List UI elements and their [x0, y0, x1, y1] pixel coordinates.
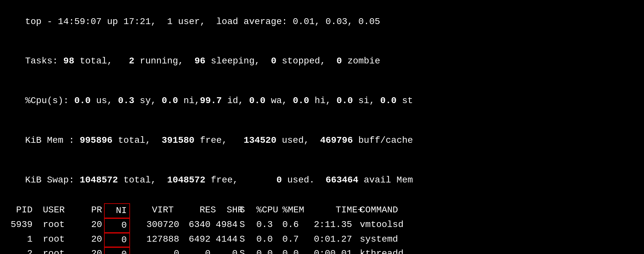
swap-label: KiB Swap:	[25, 175, 80, 185]
col-header-shr: SHR	[205, 203, 234, 218]
mem-cache-val: 469796	[320, 135, 353, 145]
tasks-total-lbl: total,	[74, 56, 129, 66]
swap-free-lbl: free,	[205, 175, 276, 185]
cpu-st-val: 0.0	[380, 96, 397, 106]
cell-ni: 0	[104, 233, 130, 247]
cell-cpu: 0.0	[245, 247, 271, 254]
cell-time: 0:00.01	[297, 247, 353, 254]
col-header-ni: NI	[104, 203, 130, 218]
cell-cpu: 0.0	[245, 233, 271, 247]
cell-user: root	[36, 233, 75, 247]
cell-cpu: 0.3	[245, 218, 271, 233]
mem-free-val: 391580	[162, 135, 194, 145]
swap-used-lbl: used.	[282, 175, 325, 185]
cell-pr: 20	[75, 218, 104, 233]
cpu-ni-val: 0.0	[162, 96, 178, 106]
tasks-running-val: 2	[129, 56, 134, 66]
cpu-si-lbl: si,	[353, 96, 380, 106]
cell-mem: 0.0	[271, 247, 297, 254]
swap-used-val: 0	[276, 175, 282, 185]
cell-pr: 20	[75, 247, 104, 254]
mem-used-val: 134520	[243, 135, 276, 145]
cpu-sy-lbl: sy,	[134, 96, 162, 106]
cpu-us-lbl: us,	[91, 96, 118, 106]
tasks-sleeping-val: 96	[194, 56, 205, 66]
tasks-stopped-val: 0	[271, 56, 276, 66]
header-line1-text: top - 14:59:07 up 17:21, 1 user, load av…	[25, 17, 380, 27]
mem-cache-lbl: buff/cache	[353, 135, 413, 145]
tasks-label: Tasks:	[25, 56, 63, 66]
process-table: PID USER PR NI VIRT RES SHR S %CPU %MEM …	[3, 203, 641, 254]
table-row: 5939 root 20 0 300720 6340 4984 S 0.3 0.…	[3, 218, 641, 233]
swap-total-val: 1048572	[80, 175, 118, 185]
swap-total-lbl: total,	[118, 175, 167, 185]
cell-cmd: kthreadd	[353, 247, 641, 254]
cell-user: root	[36, 218, 75, 233]
mem-total-lbl: total,	[112, 135, 162, 145]
col-header-s: S	[234, 203, 245, 218]
table-row: 1 root 20 0 127888 6492 4144 S 0.0 0.7 0…	[3, 233, 641, 247]
mem-label: KiB Mem :	[25, 135, 80, 145]
tasks-zombie-lbl: zombie	[342, 56, 380, 66]
col-header-cpu: %CPU	[245, 203, 271, 218]
cell-shr: 4984	[205, 218, 234, 233]
cpu-ni-lbl: ni,	[178, 96, 200, 106]
header-line2: Tasks: 98 total, 2 running, 96 sleeping,…	[3, 42, 641, 81]
cell-mem: 0.7	[271, 233, 297, 247]
tasks-total-val: 98	[63, 56, 74, 66]
cell-shr: 4144	[205, 233, 234, 247]
table-row: 2 root 20 0 0 0 0 S 0.0 0.0 0:00.01 kthr…	[3, 247, 641, 254]
cell-mem: 0.6	[271, 218, 297, 233]
cell-pid: 2	[3, 247, 36, 254]
mem-used-lbl: used,	[276, 135, 320, 145]
tasks-running-lbl: running,	[134, 56, 194, 66]
col-header-cmd: COMMAND	[353, 203, 641, 218]
tasks-zombie-val: 0	[336, 56, 342, 66]
cell-s: S	[234, 233, 245, 247]
col-header-time: TIME+	[297, 203, 353, 218]
col-header-user: USER	[36, 203, 75, 218]
cell-cmd: systemd	[353, 233, 641, 247]
cell-virt: 0	[130, 247, 172, 254]
tasks-stopped-lbl: stopped,	[276, 56, 336, 66]
col-header-pid: PID	[3, 203, 36, 218]
swap-avail-val: 663464	[325, 175, 358, 185]
cell-virt: 300720	[130, 218, 172, 233]
cell-pid: 5939	[3, 218, 36, 233]
col-header-pr: PR	[75, 203, 104, 218]
cpu-id-val: 99.7	[200, 96, 222, 106]
cpu-hi-val: 0.0	[293, 96, 309, 106]
header-line1: top - 14:59:07 up 17:21, 1 user, load av…	[3, 2, 641, 42]
cell-shr: 0	[205, 247, 234, 254]
header-section: top - 14:59:07 up 17:21, 1 user, load av…	[3, 2, 641, 200]
mem-free-lbl: free,	[194, 135, 243, 145]
header-line4: KiB Mem : 995896 total, 391580 free, 134…	[3, 121, 641, 160]
cpu-st-lbl: st	[397, 96, 413, 106]
swap-avail-lbl: avail Mem	[358, 175, 413, 185]
cpu-wa-val: 0.0	[249, 96, 265, 106]
cell-res: 6340	[172, 218, 205, 233]
header-line5: KiB Swap: 1048572 total, 1048572 free, 0…	[3, 160, 641, 200]
swap-free-val: 1048572	[167, 175, 205, 185]
cpu-wa-lbl: wa,	[266, 96, 293, 106]
cell-res: 0	[172, 247, 205, 254]
header-line3: %Cpu(s): 0.0 us, 0.3 sy, 0.0 ni,99.7 id,…	[3, 81, 641, 121]
cell-ni: 0	[104, 218, 130, 233]
cpu-us-val: 0.0	[74, 96, 90, 106]
col-header-mem: %MEM	[271, 203, 297, 218]
cell-time: 0:01.27	[297, 233, 353, 247]
cell-s: S	[234, 218, 245, 233]
mem-total-val: 995896	[80, 135, 112, 145]
cell-pid: 1	[3, 233, 36, 247]
table-body: 5939 root 20 0 300720 6340 4984 S 0.3 0.…	[3, 218, 641, 254]
cpu-hi-lbl: hi,	[309, 96, 336, 106]
table-header-row: PID USER PR NI VIRT RES SHR S %CPU %MEM …	[3, 203, 641, 218]
cell-res: 6492	[172, 233, 205, 247]
cpu-id-lbl: id,	[222, 96, 249, 106]
cell-s: S	[234, 247, 245, 254]
cell-pr: 20	[75, 233, 104, 247]
cpu-label: %Cpu(s):	[25, 96, 74, 106]
col-header-virt: VIRT	[130, 203, 172, 218]
tasks-sleeping-lbl: sleeping,	[205, 56, 271, 66]
col-header-res: RES	[172, 203, 205, 218]
